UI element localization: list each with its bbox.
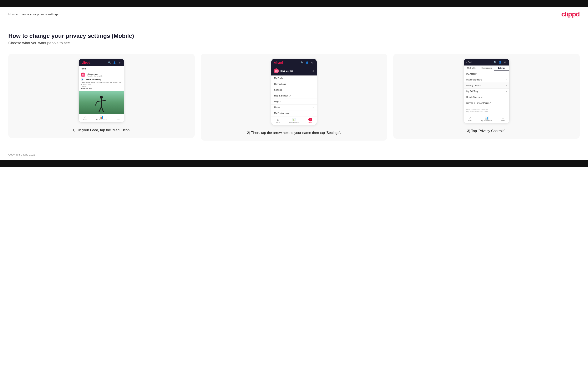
home-icon-3: ⌂ bbox=[469, 116, 471, 120]
search-icon-2: 🔍 bbox=[301, 61, 304, 64]
performance-icon-3: 📊 bbox=[485, 116, 488, 120]
golf-bag-arrow: › bbox=[506, 90, 507, 92]
performance-chevron: ∨ bbox=[312, 112, 314, 114]
feed-item: BM Blair McHarg Yesterday · Sunningdale … bbox=[79, 71, 124, 91]
phone-nav-icons-2: 🔍 👤 ⊕ bbox=[301, 61, 314, 64]
step-2-phone: clippd 🔍 👤 ⊕ BM Blair McHarg ∧ bbox=[271, 59, 317, 125]
settings-back-bar: ‹ Back 🔍 👤 ⊕ bbox=[464, 59, 509, 66]
my-account-arrow: › bbox=[506, 73, 507, 75]
performance-label-3: My Performance bbox=[481, 120, 492, 121]
step-1-card: clippd 🔍 👤 ⊕ Feed BM Blair McHarg bbox=[8, 54, 195, 138]
tab-connections: Connections bbox=[479, 66, 494, 71]
menu-item-logout: Logout bbox=[271, 99, 317, 105]
menu-user-avatar: BM bbox=[274, 68, 279, 73]
settings-icon-2: ⊕ bbox=[311, 61, 314, 64]
settings-footer: Clippd Client Version: 2022.8.3-3 GQL Se… bbox=[464, 106, 509, 115]
feed-user-name: Blair McHarg bbox=[86, 73, 103, 75]
menu-label-3: Menu bbox=[501, 120, 505, 121]
back-label: Back bbox=[468, 61, 472, 63]
step-3-card: ‹ Back 🔍 👤 ⊕ My Profile Connections Sett… bbox=[393, 54, 580, 139]
copyright: Copyright Clippd 2022 bbox=[8, 153, 35, 156]
page-subheading: Choose what you want people to see bbox=[8, 41, 580, 45]
feed-lesson-row: 👤 Lesson with Fordy bbox=[81, 78, 122, 81]
home-chevron: ∨ bbox=[312, 106, 314, 108]
phone-logo-1: clippd bbox=[82, 61, 90, 64]
back-chevron: ‹ bbox=[467, 61, 467, 63]
data-integrations-arrow: › bbox=[506, 79, 507, 81]
menu-label-1: Menu bbox=[116, 119, 120, 121]
menu-user-info: BM Blair McHarg bbox=[274, 68, 293, 73]
golf-bag-label: My Golf Bag bbox=[467, 90, 478, 92]
user-icon-2: 👤 bbox=[305, 61, 309, 64]
user-icon-1: 👤 bbox=[113, 61, 116, 64]
settings-icon-1: ⊕ bbox=[118, 61, 121, 64]
header-divider bbox=[8, 22, 580, 22]
home-label-1: Home bbox=[83, 119, 87, 121]
privacy-controls-label: Privacy Controls bbox=[467, 84, 482, 87]
user-icon-3: 👤 bbox=[499, 60, 502, 64]
feed-user-meta: Yesterday · Sunningdale bbox=[86, 75, 103, 77]
feed-user-info: Blair McHarg Yesterday · Sunningdale bbox=[86, 73, 103, 77]
menu-user-name: Blair McHarg bbox=[280, 70, 293, 72]
bottom-performance-2: 📊 My Performance bbox=[289, 118, 299, 123]
menu-item-settings: Settings bbox=[271, 87, 317, 93]
data-integrations-label: Data Integrations bbox=[467, 79, 482, 81]
feed-desc: Looking to feel like my hands are exitin… bbox=[81, 82, 122, 85]
phone-bottom-bar-1: ⌂ Home 📊 My Performance ☰ Menu bbox=[79, 114, 124, 122]
step-3-caption: 3) Tap 'Privacy Controls'. bbox=[467, 128, 506, 134]
bottom-menu-1: ☰ Menu bbox=[116, 115, 120, 121]
menu-user-row: BM Blair McHarg ∧ bbox=[271, 66, 317, 75]
settings-tabs: My Profile Connections Settings bbox=[464, 66, 509, 71]
phone-bottom-bar-2: ⌂ Home 📊 My Performance ✕ Menu bbox=[271, 116, 317, 125]
feed-duration-label: Duration bbox=[81, 86, 122, 87]
bottom-home-1: ⌂ Home bbox=[83, 115, 87, 121]
settings-item-privacy-controls: Privacy Controls › bbox=[464, 83, 509, 89]
logout-label: Logout bbox=[274, 100, 281, 103]
tab-settings: Settings bbox=[494, 66, 509, 71]
menu-label-2: Menu bbox=[309, 122, 312, 123]
bottom-home-2: ⌂ Home bbox=[276, 118, 280, 123]
settings-icon-3: ⊕ bbox=[503, 60, 507, 64]
footer-line2: GQL Server Version: 2022.7.30-1 bbox=[467, 110, 507, 113]
page-footer: Copyright Clippd 2022 bbox=[0, 149, 588, 160]
settings-item-golf-bag: My Golf Bag › bbox=[464, 89, 509, 94]
step-2-card: clippd 🔍 👤 ⊕ BM Blair McHarg ∧ bbox=[201, 54, 387, 141]
main-content: How to change your privacy settings (Mob… bbox=[0, 22, 588, 149]
performance-label-1: My Performance bbox=[96, 119, 107, 121]
connections-label: Connections bbox=[274, 83, 286, 85]
home-label-2: Home bbox=[276, 122, 280, 123]
bottom-menu-2: ✕ Menu bbox=[308, 118, 312, 123]
my-account-label: My Account bbox=[467, 73, 477, 75]
phone-nav-2: clippd 🔍 👤 ⊕ bbox=[271, 59, 317, 66]
footer-line1: Clippd Client Version: 2022.8.3-3 bbox=[467, 108, 507, 110]
svg-point-0 bbox=[100, 96, 103, 99]
settings-label: Settings bbox=[274, 89, 282, 91]
tab-my-profile: My Profile bbox=[464, 66, 479, 71]
home-menu-label: Home bbox=[274, 106, 280, 108]
lesson-icon: 👤 bbox=[81, 78, 84, 81]
header: How to change your privacy settings clip… bbox=[0, 7, 588, 22]
menu-item-my-profile: My Profile bbox=[271, 75, 317, 81]
bottom-menu-3: ☰ Menu bbox=[501, 116, 505, 121]
feed-avatar: BM bbox=[81, 73, 85, 77]
service-privacy-label: Service & Privacy Policy ↗ bbox=[467, 102, 491, 104]
top-bar bbox=[0, 0, 588, 7]
feed-duration: 01 hr : 30 min bbox=[81, 87, 122, 89]
performance-icon-2: 📊 bbox=[292, 118, 296, 121]
feed-tab: Feed bbox=[79, 66, 124, 71]
page-heading: How to change your privacy settings (Mob… bbox=[8, 33, 580, 39]
menu-item-help: Help & Support ↗ bbox=[271, 93, 317, 99]
step-1-caption: 1) On your Feed, tap the 'Menu' icon. bbox=[72, 127, 131, 133]
lesson-title: Lesson with Fordy bbox=[85, 78, 101, 81]
menu-item-performance: My Performance ∨ bbox=[271, 110, 317, 116]
menu-icon-3: ☰ bbox=[502, 116, 504, 120]
close-menu-icon: ✕ bbox=[308, 118, 312, 121]
step-2-caption: 2) Then, tap the arrow next to your name… bbox=[247, 130, 341, 136]
header-title: How to change your privacy settings bbox=[8, 12, 59, 16]
steps-container: clippd 🔍 👤 ⊕ Feed BM Blair McHarg bbox=[8, 54, 580, 141]
performance-menu-label: My Performance bbox=[274, 112, 289, 114]
phone-logo-2: clippd bbox=[274, 61, 283, 64]
search-icon-1: 🔍 bbox=[108, 61, 111, 64]
feed-user-row: BM Blair McHarg Yesterday · Sunningdale bbox=[81, 73, 122, 77]
settings-item-my-account: My Account › bbox=[464, 71, 509, 77]
